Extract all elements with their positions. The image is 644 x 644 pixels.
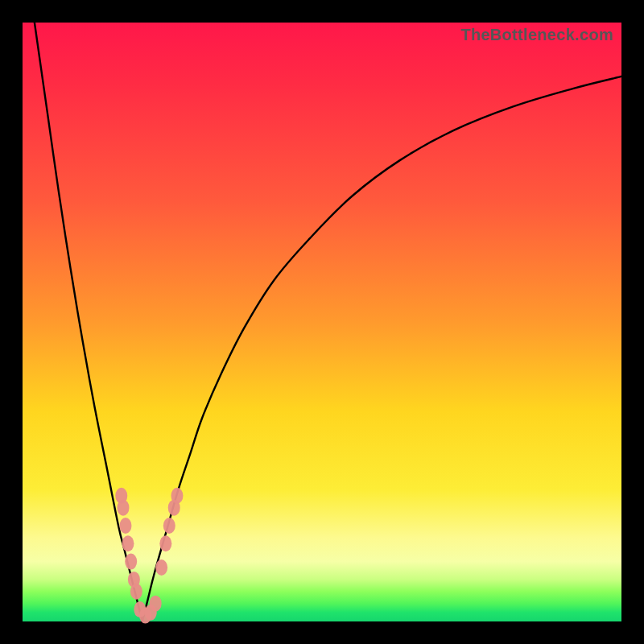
plot-area: TheBottleneck.com [23,23,621,621]
marker-point [150,596,162,612]
chart-svg [23,23,621,621]
marker-point [125,554,137,570]
marker-point [130,584,142,600]
marker-point [171,488,183,504]
marker-point [155,559,167,576]
marker-point [119,518,131,534]
marker-point [163,518,175,534]
marker-point [117,500,129,516]
outer-frame: TheBottleneck.com [0,0,644,644]
marker-point [159,535,171,551]
curve-right-branch [142,76,621,621]
marker-point [122,535,134,551]
